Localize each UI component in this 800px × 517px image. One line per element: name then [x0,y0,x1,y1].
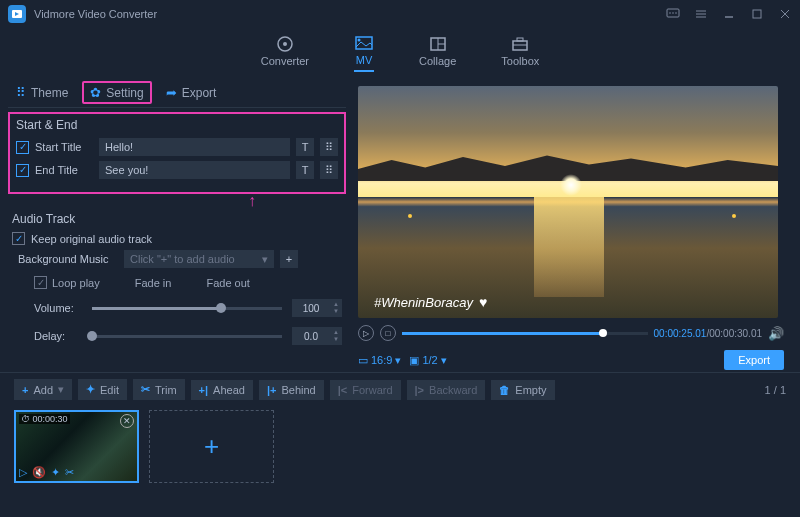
volume-icon[interactable]: 🔊 [768,326,784,341]
keep-original-checkbox[interactable] [12,232,25,245]
maximize-icon[interactable] [750,7,764,21]
tab-theme[interactable]: ⠿Theme [8,81,76,104]
mv-icon [354,34,374,52]
bg-music-label: Background Music [18,253,118,265]
start-end-heading: Start & End [16,118,338,132]
export-button[interactable]: Export [724,350,784,370]
start-title-label: Start Title [35,141,93,153]
add-clip-slot[interactable]: + [149,410,274,483]
nav-converter[interactable]: Converter [261,35,309,71]
close-icon[interactable] [778,7,792,21]
svg-point-4 [672,12,674,14]
chevron-down-icon: ▾ [262,253,268,266]
clip-edit-icon[interactable]: ✦ [51,466,60,479]
end-title-input[interactable] [99,161,290,179]
plus-icon: + [204,431,219,462]
start-title-text-button[interactable]: T [296,138,314,156]
svg-point-3 [669,12,671,14]
start-title-input[interactable] [99,138,290,156]
svg-point-16 [358,39,361,42]
end-title-style-button[interactable]: ⠿ [320,161,338,179]
delay-slider[interactable] [92,335,282,338]
edit-button[interactable]: ✦Edit [78,379,127,400]
clip-trim-icon[interactable]: ✂ [65,466,74,479]
trash-icon: 🗑 [499,384,510,396]
minimize-icon[interactable] [722,7,736,21]
titlebar: Vidmore Video Converter [0,0,800,28]
toolbox-icon [510,35,530,53]
svg-point-14 [283,42,287,46]
end-title-text-button[interactable]: T [296,161,314,179]
chevron-down-icon: ▾ [441,354,447,367]
collage-icon [428,35,448,53]
heart-icon: ♥ [479,294,487,310]
audio-heading: Audio Track [12,212,342,226]
loop-checkbox[interactable] [34,276,47,289]
backward-button[interactable]: |>Backward [407,380,486,400]
nav-collage[interactable]: Collage [419,35,456,71]
app-title: Vidmore Video Converter [34,8,666,20]
progress-bar[interactable] [402,332,648,335]
export-icon: ➦ [166,85,177,100]
feedback-icon[interactable] [666,7,680,21]
clip-strip: ⏱ 00:00:30 ✕ ▷ 🔇 ✦ ✂ + [0,406,800,487]
app-logo-icon [8,5,26,23]
main-nav: Converter MV Collage Toolbox [0,28,800,78]
nav-toolbox[interactable]: Toolbox [501,35,539,71]
ahead-button[interactable]: +|Ahead [191,380,253,400]
clip-play-icon[interactable]: ▷ [19,466,27,479]
delay-label: Delay: [34,330,82,342]
add-button[interactable]: +Add▾ [14,379,72,400]
settings-panel: ⠿Theme ✿Setting ➦Export Start & End Star… [0,78,354,372]
tab-export[interactable]: ➦Export [158,81,225,104]
theme-icon: ⠿ [16,85,26,100]
zoom-icon: ▣ [409,354,419,367]
clip-duration: ⏱ 00:00:30 [19,414,70,424]
forward-button[interactable]: |<Forward [330,380,401,400]
svg-point-5 [675,12,677,14]
volume-slider[interactable] [92,307,282,310]
trim-button[interactable]: ✂Trim [133,379,185,400]
start-end-section: Start & End Start Title T ⠿ End Title T … [8,112,346,194]
annotation-arrow-icon: ↑ [158,192,346,210]
clip-remove-button[interactable]: ✕ [120,414,134,428]
converter-icon [275,35,295,53]
svg-rect-21 [517,38,523,41]
add-audio-button[interactable]: + [280,250,298,268]
scissors-icon: ✂ [141,383,150,396]
keep-original-label: Keep original audio track [31,233,152,245]
clip-mute-icon[interactable]: 🔇 [32,466,46,479]
start-title-checkbox[interactable] [16,141,29,154]
audio-section: Audio Track Keep original audio track Ba… [8,212,346,345]
gear-icon: ✿ [90,85,101,100]
stop-button[interactable]: □ [380,325,396,341]
chevron-down-icon: ▾ [395,354,401,367]
start-title-style-button[interactable]: ⠿ [320,138,338,156]
clip-actions: ▷ 🔇 ✦ ✂ [19,466,74,479]
menu-icon[interactable] [694,7,708,21]
delay-value-stepper[interactable]: 0.0▲▼ [292,327,342,345]
aspect-icon: ▭ [358,354,368,367]
end-title-checkbox[interactable] [16,164,29,177]
tab-setting[interactable]: ✿Setting [82,81,151,104]
zoom-selector[interactable]: ▣1/2▾ [409,354,446,367]
page-indicator: 1 / 1 [765,384,786,396]
play-button[interactable]: ▷ [358,325,374,341]
clip-toolbar: +Add▾ ✦Edit ✂Trim +|Ahead |+Behind |<For… [0,372,800,406]
caption-overlay: #WheninBoracay♥ [374,294,487,310]
behind-button[interactable]: |+Behind [259,380,324,400]
end-title-label: End Title [35,164,93,176]
wand-icon: ✦ [86,383,95,396]
svg-rect-10 [753,10,761,18]
video-preview[interactable]: #WheninBoracay♥ [358,86,778,318]
volume-label: Volume: [34,302,82,314]
time-display: 00:00:25.01/00:00:30.01 [654,328,762,339]
clip-item[interactable]: ⏱ 00:00:30 ✕ ▷ 🔇 ✦ ✂ [14,410,139,483]
empty-button[interactable]: 🗑Empty [491,380,554,400]
aspect-ratio-selector[interactable]: ▭16:9▾ [358,354,401,367]
bg-music-dropdown[interactable]: Click "+" to add audio▾ [124,250,274,268]
nav-mv[interactable]: MV [354,34,374,72]
volume-value-stepper[interactable]: 100▲▼ [292,299,342,317]
